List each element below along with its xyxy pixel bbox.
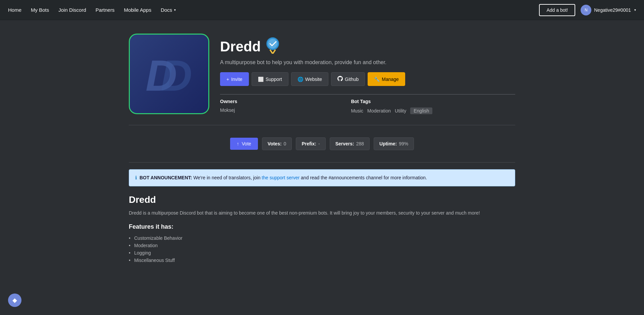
owners-section: Owners Moksej <box>220 94 340 114</box>
feature-item: Moderation <box>129 242 515 249</box>
nav-docs[interactable]: Docs ▾ <box>161 7 176 13</box>
support-button[interactable]: ⬜ Support <box>252 72 288 86</box>
stats-bar: ↑ Vote Votes: 0 Prefix: - Servers: 288 U… <box>129 132 515 155</box>
action-buttons: + Invite ⬜ Support 🌐 Website <box>220 72 515 86</box>
votes-stat: Votes: 0 <box>262 137 292 150</box>
nav-links: Home My Bots Join Discord Partners Mobil… <box>8 7 539 13</box>
nav-join-discord[interactable]: Join Discord <box>58 7 86 13</box>
avatar: N <box>581 5 591 15</box>
wrench-icon: 🔧 <box>374 77 380 82</box>
tag-music[interactable]: Music <box>351 108 363 114</box>
owners-tags: Owners Moksej Bot Tags Music Moderation … <box>220 94 515 114</box>
servers-stat: Servers: 288 <box>330 137 370 150</box>
feature-item: Customizable Behavior <box>129 234 515 242</box>
feature-item: Miscellaneous Stuff <box>129 257 515 264</box>
discord-fab-button[interactable]: ◆ <box>8 294 21 307</box>
chat-icon: ⬜ <box>258 77 264 82</box>
add-bot-button[interactable]: Add a bot! <box>539 4 575 16</box>
chevron-down-icon: ▾ <box>634 8 636 12</box>
bot-avatar: D D <box>129 34 209 114</box>
bot-name: Dredd <box>220 39 261 55</box>
description-body: Dredd is a multipurpose Discord bot that… <box>129 209 515 217</box>
svg-point-3 <box>268 39 277 48</box>
globe-icon: 🌐 <box>298 77 303 82</box>
svg-text:D: D <box>161 51 191 100</box>
svg-line-5 <box>273 50 275 54</box>
tags-title: Bot Tags <box>351 99 515 104</box>
user-menu[interactable]: N Negative29#0001 ▾ <box>581 5 636 15</box>
features-title: Features it has: <box>129 223 515 230</box>
info-icon: ℹ <box>135 175 137 180</box>
tag-moderation[interactable]: Moderation <box>367 108 391 114</box>
chevron-down-icon: ▾ <box>174 8 176 12</box>
navbar: Home My Bots Join Discord Partners Mobil… <box>0 0 644 20</box>
nav-my-bots[interactable]: My Bots <box>31 7 49 13</box>
divider-2 <box>129 162 515 163</box>
verified-badge-icon <box>265 36 281 57</box>
nav-home[interactable]: Home <box>8 7 21 13</box>
prefix-stat: Prefix: - <box>296 137 325 150</box>
github-button[interactable]: Github <box>331 72 365 86</box>
announcement-text-after: and read the #announcements channel for … <box>301 175 427 180</box>
main-content: D D Dredd A multipu <box>121 20 523 277</box>
github-icon <box>337 76 343 82</box>
manage-button[interactable]: 🔧 Manage <box>368 72 405 86</box>
username: Negative29#0001 <box>594 7 631 13</box>
tags-section: Bot Tags Music Moderation Utility Englis… <box>340 94 515 114</box>
features-list: Customizable Behavior Moderation Logging… <box>129 234 515 264</box>
divider <box>129 125 515 125</box>
tag-utility[interactable]: Utility <box>395 108 406 114</box>
feature-item: Logging <box>129 249 515 257</box>
bot-header: D D Dredd A multipu <box>129 34 515 114</box>
owner-name: Moksej <box>220 107 329 113</box>
bot-info: Dredd A multipurpose bot to help you wit… <box>220 34 515 114</box>
website-button[interactable]: 🌐 Website <box>291 72 328 86</box>
arrow-up-icon: ↑ <box>237 141 239 146</box>
announcement-box: ℹ BOT ANNOUNCEMENT: We're in need of tra… <box>129 169 515 186</box>
tag-english[interactable]: English <box>410 107 432 114</box>
owners-title: Owners <box>220 99 329 104</box>
bot-avatar-container: D D <box>129 34 209 114</box>
vote-button[interactable]: ↑ Vote <box>230 138 258 150</box>
plus-icon: + <box>226 77 229 82</box>
description-title: Dredd <box>129 194 515 205</box>
announcement-label: BOT ANNOUNCEMENT: <box>140 175 192 180</box>
nav-partners[interactable]: Partners <box>96 7 115 13</box>
discord-icon: ◆ <box>12 297 17 304</box>
announcement-text-before: We're in need of translators, join <box>193 175 262 180</box>
uptime-stat: Uptime: 99% <box>374 137 414 150</box>
bot-name-row: Dredd <box>220 36 515 57</box>
nav-right: Add a bot! N Negative29#0001 ▾ <box>539 4 636 16</box>
bot-description: A multipurpose bot to help you with mode… <box>220 59 515 65</box>
support-server-link[interactable]: the support server <box>262 175 300 180</box>
nav-mobile-apps[interactable]: Mobile Apps <box>124 7 151 13</box>
tags-list: Music Moderation Utility English <box>351 107 515 114</box>
invite-button[interactable]: + Invite <box>220 72 249 86</box>
